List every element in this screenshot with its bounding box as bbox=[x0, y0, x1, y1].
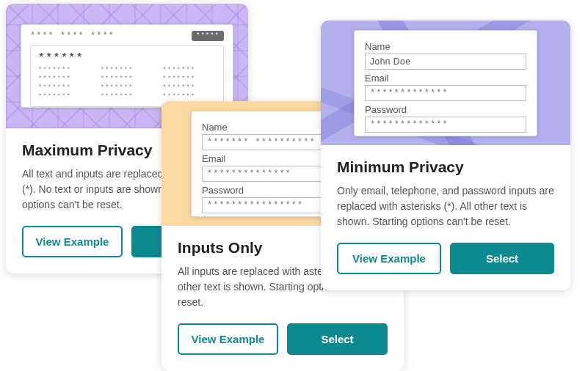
mock-cell: ******* bbox=[38, 76, 92, 83]
form-label-email: Email bbox=[365, 73, 526, 84]
form-field-password: ************* bbox=[365, 117, 526, 133]
mock-cell: ******* bbox=[38, 93, 92, 100]
mock-cell: ******* bbox=[101, 76, 154, 83]
mock-cell: ******* bbox=[38, 67, 92, 74]
mock-cell: ******* bbox=[38, 84, 92, 92]
card-header-illustration: Name John Doe Email ************* Passwo… bbox=[321, 21, 570, 145]
mock-grid: ******* ******* ******* ******* ******* … bbox=[38, 67, 216, 100]
privacy-card-minimum: Name John Doe Email ************* Passwo… bbox=[321, 21, 570, 290]
mock-cell: ******* bbox=[101, 84, 154, 92]
view-example-button[interactable]: View Example bbox=[178, 323, 278, 355]
mock-panel-title: ****** bbox=[38, 52, 216, 64]
card-description: Only email, telephone, and password inpu… bbox=[337, 183, 554, 229]
form-label-password: Password bbox=[365, 104, 526, 115]
mock-topbar: **** **** **** ***** bbox=[30, 31, 224, 41]
form-label-name: Name bbox=[365, 41, 526, 52]
mock-cell: ******* bbox=[162, 76, 216, 83]
mock-form: Name John Doe Email ************* Passwo… bbox=[354, 30, 537, 136]
mock-cell: ******* bbox=[101, 67, 154, 74]
form-field-name: John Doe bbox=[365, 54, 526, 70]
card-body: Minimum Privacy Only email, telephone, a… bbox=[321, 145, 570, 290]
mock-cell: ******* bbox=[162, 84, 216, 92]
form-field-email: ************* bbox=[365, 85, 526, 101]
view-example-button[interactable]: View Example bbox=[22, 226, 123, 257]
mock-cell: ******* bbox=[162, 93, 216, 100]
select-button[interactable]: Select bbox=[450, 243, 554, 274]
view-example-button[interactable]: View Example bbox=[337, 243, 441, 274]
button-row: View Example Select bbox=[337, 243, 554, 274]
mock-topbar-text: **** **** **** bbox=[30, 31, 115, 41]
select-button[interactable]: Select bbox=[287, 323, 388, 355]
button-row: View Example Select bbox=[178, 323, 388, 355]
mock-cell: ******* bbox=[162, 67, 216, 74]
mock-window: **** **** **** ***** ****** ******* ****… bbox=[21, 24, 233, 108]
mock-badge: ***** bbox=[192, 31, 224, 41]
mock-cell: ******* bbox=[101, 93, 154, 100]
mock-panel: ****** ******* ******* ******* ******* *… bbox=[30, 45, 224, 107]
card-title: Minimum Privacy bbox=[337, 158, 554, 176]
